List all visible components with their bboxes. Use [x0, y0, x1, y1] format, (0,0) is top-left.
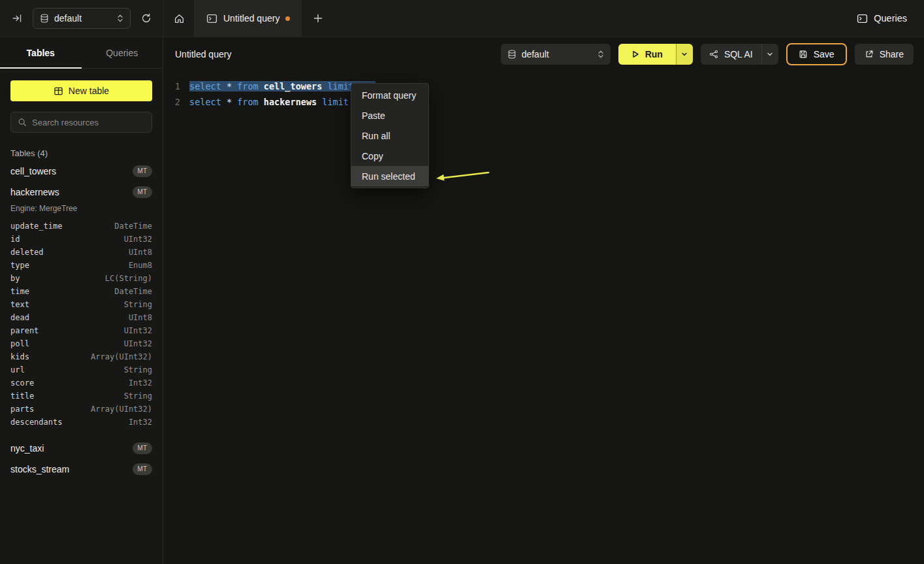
column-row[interactable]: byLC(String): [0, 272, 163, 285]
column-row[interactable]: idUInt32: [0, 233, 163, 246]
sidebar: Tables Queries New table Tables (4) cell…: [0, 37, 163, 564]
refresh-button[interactable]: [137, 9, 155, 27]
column-name: deleted: [10, 248, 44, 257]
menu-item-paste[interactable]: Paste: [351, 105, 428, 125]
home-tab[interactable]: [163, 0, 195, 37]
new-table-button[interactable]: New table: [10, 80, 152, 101]
column-name: id: [10, 235, 20, 244]
column-row[interactable]: deletedUInt8: [0, 246, 163, 259]
topbar: default Untitled query: [0, 0, 924, 37]
column-name: time: [10, 287, 29, 296]
column-row[interactable]: pollUInt32: [0, 337, 163, 350]
sql-ai-icon: [709, 50, 718, 59]
chevron-down-icon: [767, 51, 773, 58]
query-controls: default Run: [501, 43, 914, 65]
column-type: Enum8: [129, 261, 152, 270]
column-type: String: [124, 300, 152, 309]
column-type: UInt32: [124, 339, 152, 348]
sidebar-tab-queries-label: Queries: [106, 48, 138, 58]
collapse-sidebar-button[interactable]: [8, 9, 26, 27]
unsaved-dot: [285, 16, 290, 21]
new-tab-button[interactable]: [302, 0, 334, 37]
table-row[interactable]: cell_towersMT: [0, 161, 163, 182]
column-row[interactable]: kidsArray(UInt32): [0, 350, 163, 363]
code-line[interactable]: 1select * from cell_towers limit 100: [163, 78, 924, 94]
column-type: UInt32: [124, 326, 152, 335]
menu-item-format-query[interactable]: Format query: [351, 85, 428, 105]
sql-ai-button-group: SQL AI: [701, 44, 778, 65]
query-title: Untitled query: [175, 49, 231, 59]
column-row[interactable]: deadUInt8: [0, 311, 163, 324]
table-row[interactable]: nyc_taxiMT: [0, 438, 163, 459]
plus-icon: [313, 14, 323, 23]
sidebar-tab-tables[interactable]: Tables: [0, 37, 82, 68]
database-icon: [507, 50, 517, 59]
table-name: stocks_stream: [10, 464, 69, 474]
context-menu: Format queryPasteRun allCopyRun selected: [351, 83, 429, 188]
column-row[interactable]: typeEnum8: [0, 259, 163, 272]
run-button-label: Run: [645, 49, 663, 59]
column-row[interactable]: scoreInt32: [0, 376, 163, 390]
topbar-database-value: default: [54, 13, 112, 24]
column-name: type: [10, 261, 29, 270]
collapse-sidebar-icon: [12, 13, 22, 24]
column-name: kids: [10, 352, 29, 361]
column-row[interactable]: partsArray(UInt32): [0, 403, 163, 416]
query-tab[interactable]: Untitled query: [195, 0, 302, 37]
column-name: descendants: [10, 418, 62, 427]
sql-editor[interactable]: 1select * from cell_towers limit 1002sel…: [163, 71, 924, 564]
column-name: dead: [10, 313, 29, 322]
table-name: hackernews: [10, 187, 59, 197]
code-text: select * from hackernews limit 100: [189, 97, 370, 107]
column-type: Array(UInt32): [91, 352, 152, 361]
menu-item-run-all[interactable]: Run all: [351, 125, 428, 146]
app-body: Tables Queries New table Tables (4) cell…: [0, 37, 924, 564]
column-type: LC(String): [105, 274, 152, 283]
run-options-button[interactable]: [676, 44, 693, 65]
column-type: Array(UInt32): [91, 405, 152, 414]
column-name: parent: [10, 326, 39, 335]
sql-ai-button[interactable]: SQL AI: [701, 44, 761, 65]
menu-item-copy[interactable]: Copy: [351, 146, 428, 166]
run-button[interactable]: Run: [618, 44, 676, 65]
search-icon: [18, 118, 27, 127]
column-row[interactable]: timeDateTime: [0, 285, 163, 298]
column-name: poll: [10, 339, 29, 348]
line-number: 1: [163, 81, 180, 91]
column-type: UInt8: [129, 313, 152, 322]
topbar-database-selector[interactable]: default: [33, 8, 131, 29]
column-name: update_time: [10, 222, 62, 231]
table-row[interactable]: hackernewsMT: [0, 182, 163, 203]
search-box: [10, 112, 152, 133]
column-type: String: [124, 391, 152, 401]
column-name: url: [10, 365, 25, 374]
engine-label: Engine: MergeTree: [0, 203, 163, 220]
column-name: score: [10, 378, 34, 388]
column-row[interactable]: urlString: [0, 363, 163, 376]
column-row[interactable]: parentUInt32: [0, 324, 163, 337]
table-row[interactable]: stocks_streamMT: [0, 459, 163, 480]
search-input[interactable]: [32, 118, 145, 127]
column-name: parts: [10, 405, 34, 414]
sidebar-tab-queries[interactable]: Queries: [82, 37, 163, 68]
share-button[interactable]: Share: [855, 44, 914, 65]
column-row[interactable]: descendantsInt32: [0, 416, 163, 429]
engine-badge: MT: [133, 442, 152, 454]
save-button[interactable]: Save: [786, 43, 847, 65]
column-name: by: [10, 274, 20, 283]
main-database-selector[interactable]: default: [501, 44, 611, 65]
engine-badge: MT: [133, 463, 152, 475]
share-icon: [865, 50, 874, 59]
column-row[interactable]: titleString: [0, 390, 163, 403]
menu-item-run-selected[interactable]: Run selected: [351, 166, 428, 186]
table-name: cell_towers: [10, 166, 56, 176]
column-row[interactable]: update_timeDateTime: [0, 220, 163, 233]
column-row[interactable]: textString: [0, 298, 163, 311]
queries-button[interactable]: Queries: [857, 13, 907, 24]
column-type: DateTime: [114, 287, 152, 296]
column-type: DateTime: [114, 222, 152, 231]
table-name: nyc_taxi: [10, 443, 44, 454]
code-line[interactable]: 2select * from hackernews limit 100: [163, 94, 924, 110]
queries-icon: [857, 13, 868, 24]
sql-ai-options-button[interactable]: [761, 44, 778, 65]
